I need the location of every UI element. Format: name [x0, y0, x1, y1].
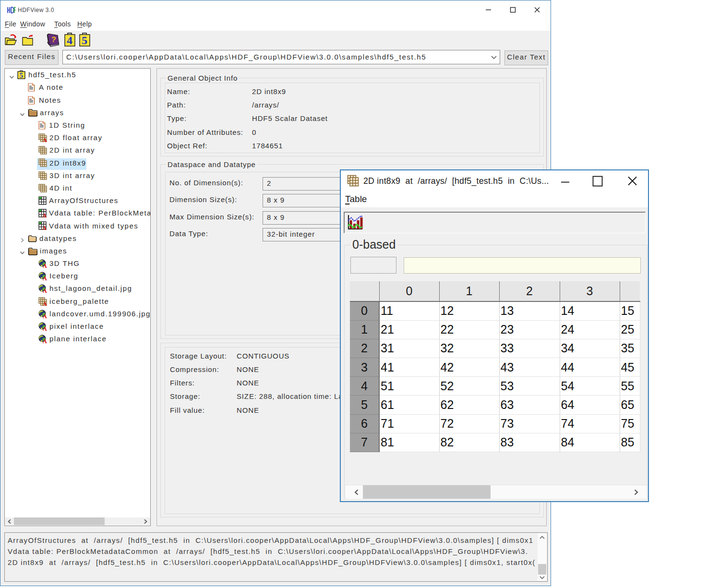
- svg-text:A: A: [43, 137, 47, 142]
- svg-text:A: A: [43, 325, 47, 331]
- svg-text:4: 4: [67, 34, 72, 47]
- svg-text:A: A: [42, 225, 47, 230]
- svg-text:A: A: [43, 313, 47, 318]
- svg-text:?: ?: [51, 35, 56, 44]
- svg-text:A: A: [42, 212, 47, 217]
- svg-text:A: A: [43, 263, 47, 268]
- svg-text:A: A: [43, 338, 47, 343]
- svg-text:A: A: [43, 288, 47, 293]
- svg-text:A: A: [43, 300, 47, 306]
- svg-text:A: A: [43, 275, 47, 280]
- svg-text:5: 5: [20, 72, 24, 79]
- svg-text:5: 5: [82, 34, 87, 47]
